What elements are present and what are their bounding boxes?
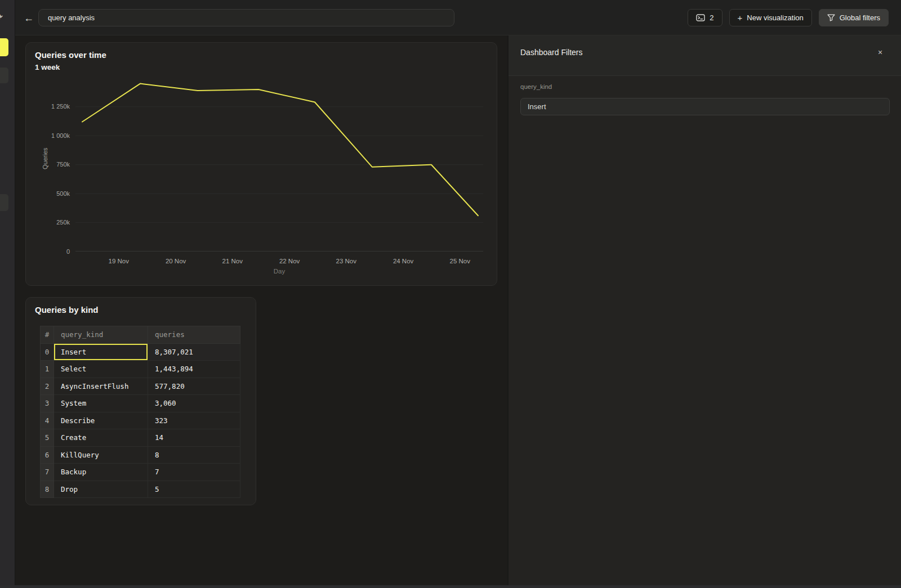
table-row: 2AsyncInsertFlush577,820 <box>41 378 240 395</box>
query-kind-cell[interactable]: Backup <box>54 464 148 481</box>
chart-svg <box>75 79 483 252</box>
y-tick-label: 250k <box>28 219 70 226</box>
queries-value-cell[interactable]: 5 <box>148 481 240 498</box>
query-kind-cell[interactable]: System <box>54 395 148 412</box>
queries-value-cell[interactable]: 1,443,894 <box>148 361 240 378</box>
table-header-row: #query_kindqueries <box>41 326 240 344</box>
sidebar-item[interactable] <box>0 194 8 211</box>
history-refresh-icon[interactable]: ⟳ <box>0 11 3 23</box>
queries-value-cell[interactable]: 8,307,021 <box>148 343 240 361</box>
table-row: 0Insert8,307,021 <box>41 343 240 361</box>
global-filters-label: Global filters <box>840 14 880 22</box>
y-tick-label: 0 <box>28 248 70 255</box>
query-kind-cell[interactable]: Drop <box>54 481 148 498</box>
query-kind-cell[interactable]: KillQuery <box>54 446 148 464</box>
x-tick-label: 19 Nov <box>109 258 129 264</box>
filters-panel-title: Dashboard Filters <box>520 48 583 57</box>
queries-by-kind-table: #query_kindqueries 0Insert8,307,0211Sele… <box>40 326 240 498</box>
x-axis-label: Day <box>274 268 285 275</box>
y-tick-label: 1 000k <box>28 132 70 139</box>
app-window: ⟳ ← 2 + New visualization <box>0 0 901 588</box>
queries-value-cell[interactable]: 14 <box>148 429 240 447</box>
row-index-cell: 7 <box>41 464 54 481</box>
query-kind-cell[interactable]: Select <box>54 361 148 378</box>
queries-line-series[interactable] <box>82 84 478 216</box>
x-tick-label: 21 Nov <box>222 258 243 264</box>
console-count: 2 <box>710 14 713 22</box>
window-bottom-edge <box>0 585 901 588</box>
chart-subtitle: 1 week <box>35 63 60 71</box>
row-index-cell: 6 <box>41 446 54 464</box>
y-tick-label: 750k <box>28 161 70 168</box>
table-row: 8Drop5 <box>41 481 240 498</box>
row-index-cell: 3 <box>41 395 54 412</box>
x-tick-label: 20 Nov <box>166 258 186 264</box>
x-tick-label: 25 Nov <box>450 258 470 264</box>
dashboard-canvas: Queries over time 1 week Queries 0250k50… <box>15 35 507 588</box>
new-visualization-label: New visualization <box>747 14 803 22</box>
console-queries-button[interactable]: 2 <box>688 9 722 26</box>
chart-plot[interactable]: 0250k500k750k1 000k1 250k19 Nov20 Nov21 … <box>75 79 483 252</box>
table-row: 1Select1,443,894 <box>41 361 240 378</box>
query-kind-cell[interactable]: AsyncInsertFlush <box>54 378 148 395</box>
queries-value-cell[interactable]: 3,060 <box>148 395 240 412</box>
table-title: Queries by kind <box>35 305 99 315</box>
query-kind-cell[interactable]: Describe <box>54 412 148 429</box>
dashboard-title-input[interactable] <box>38 9 454 26</box>
row-index-cell: 0 <box>41 343 54 361</box>
new-visualization-button[interactable]: + New visualization <box>729 9 812 26</box>
row-index-cell: 4 <box>41 412 54 429</box>
row-index-cell: 2 <box>41 378 54 395</box>
table-row: 4Describe323 <box>41 412 240 429</box>
query-kind-cell[interactable]: Insert <box>54 343 148 361</box>
table-row: 6KillQuery8 <box>41 446 240 464</box>
x-tick-label: 24 Nov <box>393 258 413 264</box>
row-index-cell: 5 <box>41 429 54 447</box>
table-row: 5Create14 <box>41 429 240 447</box>
table-header: #query_kindqueries <box>41 326 240 344</box>
queries-value-cell[interactable]: 577,820 <box>148 378 240 395</box>
queries-value-cell[interactable]: 323 <box>148 412 240 429</box>
query-kind-cell[interactable]: Create <box>54 429 148 447</box>
global-filters-button[interactable]: Global filters <box>819 9 889 26</box>
sidebar-item[interactable] <box>0 68 8 83</box>
column-header-queries: queries <box>148 326 240 344</box>
x-tick-label: 23 Nov <box>336 258 356 264</box>
collapsed-sidebar: ⟳ <box>0 0 15 588</box>
table-row: 7Backup7 <box>41 464 240 481</box>
filters-panel-header: Dashboard Filters × <box>509 35 901 76</box>
y-tick-label: 1 250k <box>28 103 70 110</box>
row-index-cell: 1 <box>41 361 54 378</box>
top-bar: ← 2 + New visualization Global filters <box>15 0 901 35</box>
filter-field-label: query_kind <box>520 83 552 90</box>
x-tick-label: 22 Nov <box>279 258 300 264</box>
plus-icon: + <box>738 13 743 23</box>
sidebar-item-active[interactable] <box>0 38 8 56</box>
y-tick-label: 500k <box>28 190 70 197</box>
dashboard-filters-panel: Dashboard Filters × query_kind Insert <box>507 35 901 588</box>
queries-over-time-card: Queries over time 1 week Queries 0250k50… <box>25 42 497 286</box>
chart-title: Queries over time <box>35 50 106 60</box>
back-arrow-button[interactable]: ← <box>22 11 35 25</box>
table-row: 3System3,060 <box>41 395 240 412</box>
column-header-index: # <box>41 326 54 344</box>
queries-value-cell[interactable]: 8 <box>148 446 240 464</box>
queries-by-kind-card: Queries by kind #query_kindqueries 0Inse… <box>25 297 256 505</box>
topbar-actions: 2 + New visualization Global filters <box>688 9 889 26</box>
row-index-cell: 8 <box>41 481 54 498</box>
filter-funnel-icon <box>827 14 835 21</box>
query-kind-filter-input[interactable]: Insert <box>520 98 890 115</box>
column-header-query_kind: query_kind <box>54 326 148 344</box>
terminal-console-icon <box>696 14 705 21</box>
close-icon[interactable]: × <box>875 47 885 57</box>
queries-table-body: 0Insert8,307,0211Select1,443,8942AsyncIn… <box>41 343 240 498</box>
queries-value-cell[interactable]: 7 <box>148 464 240 481</box>
